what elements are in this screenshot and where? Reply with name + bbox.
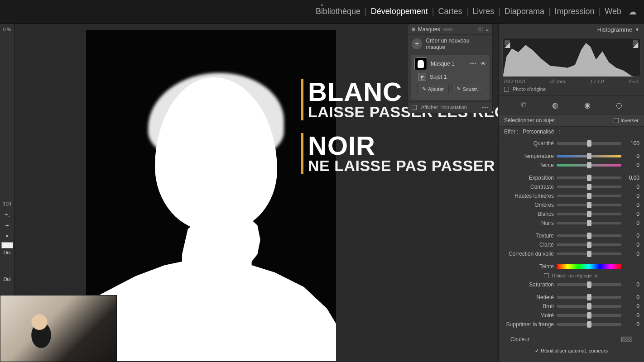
invert-label: Inverser	[620, 118, 639, 123]
slider-clarte[interactable]: Clarté0	[503, 240, 639, 249]
select-subject-row: Sélectionner un sujet Inverser	[499, 114, 644, 127]
effect-preset-row[interactable]: Effet : Personnalisé :	[499, 127, 644, 137]
nav-impression[interactable]: Impression	[553, 6, 596, 17]
slider-contraste[interactable]: Contraste0	[503, 182, 639, 191]
mask-icon[interactable]: ◌	[614, 100, 625, 110]
slider-temperature[interactable]: Température0	[503, 152, 639, 161]
nav-cartes[interactable]: Cartes	[436, 6, 464, 17]
slider-track[interactable]	[557, 296, 621, 299]
add-mask-button[interactable]: +	[412, 38, 422, 49]
sync-icon[interactable]: ☁	[627, 6, 639, 18]
slider-value: 0	[624, 211, 639, 217]
histogram-box[interactable]: ◢ ◢	[502, 38, 640, 77]
create-mask-row[interactable]: + Créer un nouveau masque	[408, 35, 492, 53]
color-swatch[interactable]	[621, 337, 632, 342]
mask-item-1[interactable]: Masque 1 ••• 👁 ◩ Sujet 1 ✎Ajouter ✎Soust…	[411, 55, 490, 100]
original-photo-row[interactable]: Photo d'origine	[499, 86, 644, 96]
slider-hue[interactable]: Teinte	[503, 262, 639, 271]
slider-track[interactable]	[557, 142, 621, 145]
slider-track[interactable]	[557, 204, 621, 206]
slider-moire[interactable]: Moiré0	[503, 311, 639, 320]
mask-subtract-button[interactable]: ✎Soustr.	[452, 84, 483, 94]
nav-développement[interactable]: Développement	[369, 6, 430, 17]
slider-teinte[interactable]: Teinte0	[503, 161, 639, 170]
masks-panel-header[interactable]: Masques ⓘ »	[408, 24, 492, 35]
presenter-webcam-overlay	[0, 295, 117, 362]
histogram-header[interactable]: Histogramme ▼	[499, 24, 644, 36]
slider-voile[interactable]: Correction du voile0	[503, 249, 639, 258]
invert-checkbox[interactable]	[614, 118, 619, 123]
slider-track[interactable]	[557, 186, 621, 188]
slider-ombres[interactable]: Ombres0	[503, 200, 639, 210]
nav-web[interactable]: Web	[603, 6, 623, 17]
select-subject-label: Sélectionner un sujet	[504, 117, 555, 124]
slider-texture[interactable]: Texture0	[503, 231, 639, 240]
slider-hautes[interactable]: Hautes lumières0	[503, 191, 639, 200]
slider-track[interactable]	[557, 252, 621, 255]
heal-icon[interactable]: ◍	[550, 100, 561, 110]
slider-track[interactable]	[557, 222, 621, 224]
info-icon[interactable]: ⓘ	[478, 26, 483, 33]
original-photo-checkbox[interactable]	[504, 87, 509, 92]
bg-swatch[interactable]	[1, 242, 13, 248]
slider-track[interactable]	[557, 323, 621, 326]
slider-value: 0,00	[624, 175, 639, 181]
slider-track[interactable]	[557, 283, 621, 286]
slider-track[interactable]	[557, 155, 621, 157]
plus-icon[interactable]: +.	[1, 210, 14, 219]
slider-track[interactable]	[557, 234, 621, 237]
crop-icon[interactable]: ⧉	[518, 100, 529, 110]
slider-track[interactable]	[557, 176, 621, 179]
slider-saturation[interactable]: Saturation0	[503, 280, 639, 289]
slider-track[interactable]	[557, 314, 621, 317]
show-overlay-checkbox[interactable]	[412, 105, 417, 110]
slider-track[interactable]	[557, 243, 621, 246]
slider-bruit[interactable]: Bruit0	[503, 302, 639, 311]
create-mask-label: Créer un nouveau masque	[426, 38, 489, 50]
mask-visibility-icon[interactable]: 👁	[481, 61, 486, 67]
redeye-icon[interactable]: ◉	[582, 100, 593, 110]
overlay-more-icon[interactable]: •••	[482, 105, 489, 110]
mask-color-dot-icon[interactable]	[412, 28, 415, 31]
nav-bibliothèque[interactable]: Bibliothèque	[314, 6, 362, 17]
mask-show-overlay-row[interactable]: Afficher l'incrustation •••	[408, 101, 492, 113]
nav-diaporama[interactable]: Diaporama	[503, 6, 546, 17]
slider-value: 0	[624, 242, 639, 248]
use-fine-adjust-row[interactable]: Utiliser un réglage fin	[503, 271, 639, 280]
effect-label: Effet :	[504, 129, 518, 135]
slider-blancs[interactable]: Blancs0	[503, 210, 639, 219]
slider-noirs[interactable]: Noirs0	[503, 219, 639, 228]
plus2-icon[interactable]: +	[1, 220, 14, 230]
slider-quantite[interactable]: Quantité100	[503, 139, 639, 148]
color-row[interactable]: Couleur	[503, 333, 639, 344]
slider-track[interactable]	[557, 213, 621, 215]
fine-checkbox[interactable]	[544, 273, 549, 278]
mask-opacity-slider[interactable]	[443, 28, 453, 31]
nav-livres[interactable]: Livres	[471, 6, 496, 17]
slider-value: 0	[624, 153, 639, 159]
panel-expand-arrow-icon[interactable]: ▲	[320, 2, 324, 7]
slider-track[interactable]	[557, 305, 621, 308]
show-overlay-label: Afficher l'incrustation	[421, 105, 467, 110]
original-photo-label: Photo d'origine	[513, 86, 546, 92]
close-icon[interactable]: ×	[1, 231, 14, 241]
slider-nettete[interactable]: Netteté0	[503, 293, 639, 302]
subject-thumb-icon: ◩	[418, 73, 426, 81]
slider-frange[interactable]: Supprimer la frange0	[503, 320, 639, 329]
slider-label: Quantité	[503, 140, 554, 147]
pencil-sub-icon: ✎	[457, 86, 461, 92]
slider-label: Saturation	[503, 281, 554, 288]
slider-track[interactable]	[557, 164, 621, 167]
mask-more-icon[interactable]: •••	[470, 61, 477, 67]
mask-add-button[interactable]: ✎Ajouter	[417, 84, 449, 94]
local-tool-icons: ⧉ ◍ ◉ ◌	[499, 96, 644, 114]
slider-exposition[interactable]: Exposition0,00	[503, 173, 639, 182]
slider-track[interactable]	[557, 195, 621, 197]
reset-sliders-row[interactable]: ✓Réinitialiser automat. curseurs	[503, 344, 639, 359]
slider-value: 0	[624, 294, 639, 300]
collapse-icon[interactable]: »	[486, 27, 489, 32]
slider-label: Supprimer la frange	[503, 321, 554, 328]
mask-preview-image	[86, 30, 336, 361]
chevron-down-icon[interactable]: ▼	[635, 27, 639, 32]
iso-label: ISO 1000	[504, 79, 525, 85]
